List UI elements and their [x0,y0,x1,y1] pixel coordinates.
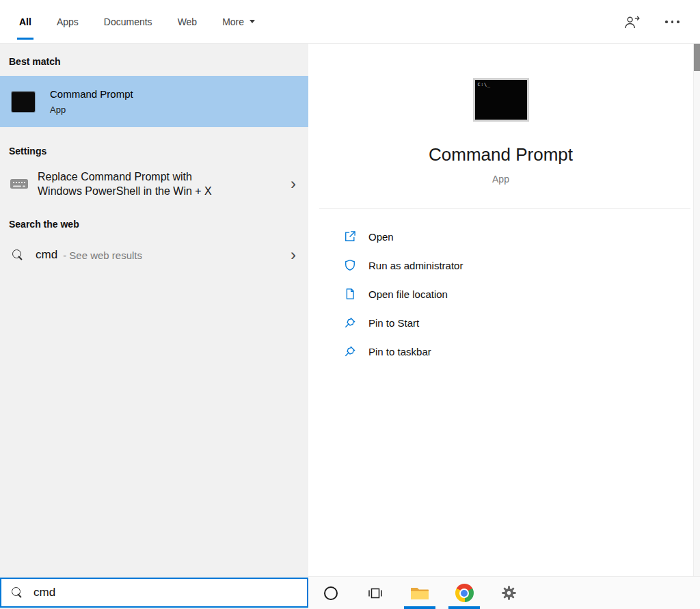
chevron-right-icon: › [291,176,299,192]
command-prompt-icon [12,92,35,112]
best-match-header: Best match [9,44,308,67]
web-query: cmd [36,248,57,262]
action-pin-to-start[interactable]: Pin to Start [343,308,693,337]
action-label: Open file location [368,288,448,300]
result-web-search[interactable]: cmd - See web results › [0,239,308,271]
result-title: Command Prompt [50,88,133,100]
filter-tabs: All Apps Documents Web More [0,0,255,43]
action-label: Run as administrator [368,260,463,271]
search-input[interactable] [33,586,307,599]
result-replace-cmd-setting[interactable]: Replace Command Prompt with Windows Powe… [0,167,308,201]
file-location-icon [343,287,357,301]
action-pin-to-taskbar[interactable]: Pin to taskbar [343,337,693,366]
tab-apps-label: Apps [57,16,79,27]
action-label: Pin to Start [368,317,419,329]
tab-apps[interactable]: Apps [57,0,79,43]
tab-all[interactable]: All [19,0,31,43]
action-label: Open [368,231,394,243]
result-subtitle: App [50,105,133,115]
tab-more-label: More [222,16,244,27]
action-run-as-admin[interactable]: Run as administrator [343,251,693,280]
setting-label-line2: Windows PowerShell in the Win + X [38,184,212,198]
search-filter-bar: All Apps Documents Web More [0,0,700,44]
action-open-file-location[interactable]: Open file location [343,280,693,308]
task-view-button[interactable] [365,577,386,609]
preview-title: Command Prompt [308,144,693,165]
start-search-window: All Apps Documents Web More [0,0,700,609]
ellipsis-icon [665,21,668,23]
tab-documents[interactable]: Documents [104,0,152,43]
preview-subtitle: App [308,174,693,185]
taskbar [308,576,700,609]
file-explorer-button[interactable] [409,577,430,609]
tab-all-label: All [19,16,31,27]
topbar-actions [623,0,682,44]
chevron-down-icon [250,20,255,23]
results-panel: Best match Command Prompt App Settings R… [0,44,308,609]
action-open[interactable]: Open [343,222,693,251]
web-section-header: Search the web [9,219,308,230]
cortana-circle-icon [324,586,338,600]
file-explorer-icon [410,585,429,601]
person-arrow-icon [623,15,641,29]
search-box [0,578,308,608]
running-indicator [448,606,480,609]
gear-icon [500,584,517,601]
user-account-button[interactable] [623,15,641,29]
action-list: Open Run as administrator Open file loca… [308,222,693,366]
tab-web-label: Web [178,16,198,27]
open-icon [343,230,357,243]
pin-icon [343,316,357,329]
cortana-button[interactable] [321,577,341,609]
search-icon [12,249,24,261]
scrollbar-thumb[interactable] [694,44,700,71]
tab-documents-label: Documents [104,16,152,27]
more-options-button[interactable] [664,21,682,23]
setting-label-line1: Replace Command Prompt with [38,170,212,184]
cmd-prompt-text: C:\_ [478,82,491,87]
action-label: Pin to taskbar [368,346,431,357]
scrollbar[interactable] [693,44,700,576]
preview-panel: C:\_ Command Prompt App Open Run as admi… [308,44,693,576]
result-command-prompt[interactable]: Command Prompt App [0,76,308,127]
tab-web[interactable]: Web [178,0,198,43]
pin-icon [343,344,357,358]
chrome-icon [455,584,474,602]
command-prompt-icon-large: C:\_ [473,78,529,122]
running-indicator [404,606,435,609]
divider [319,208,690,209]
keyboard-icon [9,176,29,192]
settings-section-header: Settings [9,146,308,157]
web-query-suffix: - See web results [63,249,142,261]
task-view-icon [367,585,383,601]
chrome-button[interactable] [454,577,474,609]
tab-more[interactable]: More [222,0,255,43]
shield-icon [343,258,357,272]
search-icon [12,587,23,599]
chevron-right-icon: › [291,247,299,263]
settings-button[interactable] [498,577,519,609]
